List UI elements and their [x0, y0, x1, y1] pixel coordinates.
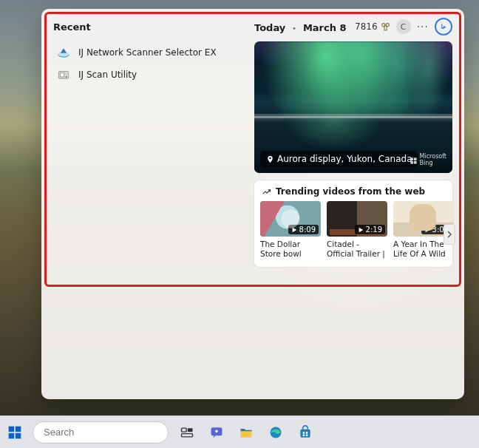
- svg-rect-9: [414, 157, 417, 160]
- edge-icon: [268, 425, 283, 440]
- rewards-points[interactable]: 7816: [355, 21, 390, 32]
- svg-rect-12: [9, 426, 15, 432]
- trending-heading: Trending videos from the web: [276, 186, 425, 197]
- video-title: Citadel - Official Trailer | Prime Video: [327, 240, 387, 259]
- chat-button[interactable]: [203, 418, 231, 447]
- today-column: Today • March 8 7816 C ···: [254, 19, 452, 267]
- svg-point-22: [215, 430, 218, 432]
- file-explorer-button[interactable]: [232, 418, 260, 447]
- rewards-icon: [381, 22, 390, 32]
- location-pin-icon: [266, 155, 274, 163]
- today-heading: Today • March 8: [254, 20, 347, 34]
- svg-rect-18: [182, 428, 187, 432]
- video-title: The Dollar Store bowl hack that's trendi…: [260, 240, 321, 259]
- svg-rect-24: [300, 429, 310, 437]
- video-item[interactable]: 2:19 Citadel - Official Trailer | Prime …: [327, 201, 387, 259]
- svg-rect-27: [303, 434, 305, 436]
- scroll-right-button[interactable]: [444, 224, 455, 245]
- recent-item-label: IJ Scan Utility: [78, 69, 137, 80]
- recent-item[interactable]: IJ Network Scanner Selector EX: [53, 41, 239, 64]
- video-thumbnail: 2:19: [327, 201, 387, 237]
- image-location-pill[interactable]: Aurora display, Yukon, Canada: [260, 151, 418, 167]
- bing-watermark: Microsoft Bing: [410, 154, 446, 167]
- store-icon: [298, 425, 313, 440]
- svg-rect-14: [9, 432, 15, 438]
- recent-item[interactable]: IJ Scan Utility: [53, 64, 239, 86]
- svg-rect-3: [61, 73, 64, 77]
- svg-rect-10: [410, 161, 413, 164]
- folder-icon: [239, 425, 254, 440]
- svg-rect-26: [306, 432, 308, 434]
- desktop: Recent IJ Network Scanner Selector EX IJ…: [0, 0, 479, 448]
- search-input[interactable]: [44, 427, 168, 438]
- svg-rect-28: [306, 434, 308, 436]
- svg-rect-13: [16, 426, 21, 432]
- svg-rect-25: [303, 432, 305, 434]
- trending-up-icon: [262, 187, 271, 197]
- more-options-button[interactable]: ···: [417, 21, 429, 32]
- svg-rect-19: [188, 428, 193, 432]
- recent-item-label: IJ Network Scanner Selector EX: [78, 47, 217, 58]
- edge-button[interactable]: [262, 418, 290, 447]
- svg-rect-7: [384, 25, 387, 30]
- chevron-right-icon: [447, 231, 452, 238]
- task-view-icon: [180, 425, 194, 440]
- svg-point-4: [66, 76, 67, 78]
- recent-column: Recent IJ Network Scanner Selector EX IJ…: [53, 19, 239, 86]
- start-button[interactable]: [0, 425, 30, 440]
- scan-utility-icon: [56, 67, 71, 82]
- trending-videos-card: Trending videos from the web 8:09 The Do…: [254, 180, 452, 267]
- video-item[interactable]: 8:09 The Dollar Store bowl hack that's t…: [260, 201, 321, 259]
- svg-rect-11: [414, 161, 417, 164]
- svg-rect-8: [410, 157, 413, 160]
- svg-rect-20: [182, 433, 193, 436]
- bing-daily-image[interactable]: Aurora display, Yukon, Canada Microsoft …: [254, 41, 452, 173]
- bing-chat-button[interactable]: [435, 18, 452, 35]
- play-icon: [424, 227, 430, 233]
- separator-dot: •: [289, 24, 299, 33]
- taskbar-search-box[interactable]: [33, 421, 169, 444]
- store-button[interactable]: [291, 418, 319, 447]
- account-avatar[interactable]: C: [396, 19, 411, 34]
- play-icon: [291, 227, 297, 233]
- task-view-button[interactable]: [173, 418, 201, 447]
- taskbar: [0, 415, 479, 448]
- windows-logo-icon: [7, 425, 22, 440]
- search-flyout-panel: Recent IJ Network Scanner Selector EX IJ…: [41, 9, 464, 399]
- video-thumbnail: 8:09: [260, 201, 321, 237]
- svg-rect-15: [16, 432, 21, 438]
- chat-icon: [209, 425, 224, 440]
- play-icon: [358, 227, 364, 233]
- recent-heading: Recent: [53, 21, 91, 33]
- scanner-app-icon: [56, 45, 71, 60]
